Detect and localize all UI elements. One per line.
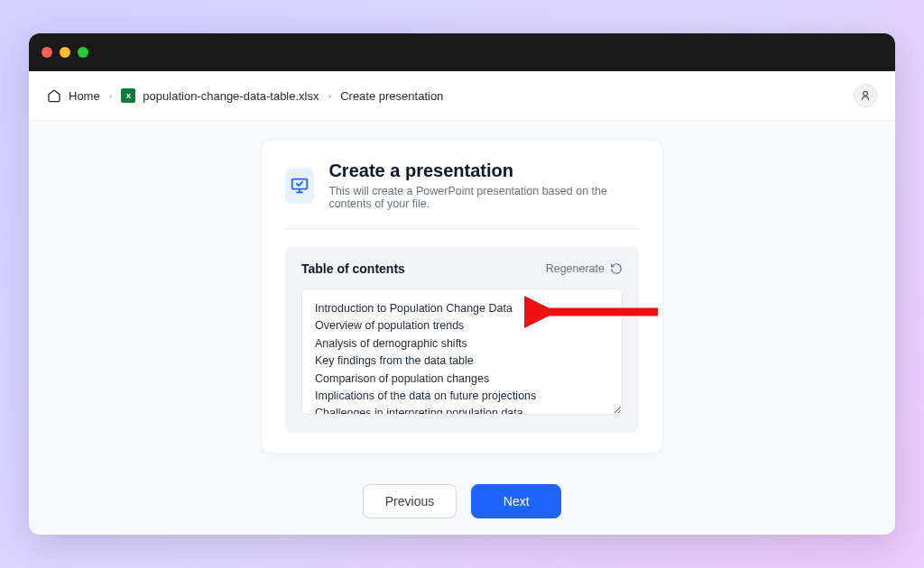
user-avatar[interactable] <box>854 84 877 107</box>
card-header-text: Create a presentation This will create a… <box>328 160 639 210</box>
window-maximize-button[interactable] <box>78 47 88 58</box>
presentation-board-icon <box>290 176 310 196</box>
previous-button[interactable]: Previous <box>363 484 457 518</box>
home-icon <box>47 88 61 103</box>
toc-panel: Table of contents Regenerate <box>285 247 639 433</box>
breadcrumb-home[interactable]: Home <box>47 88 100 103</box>
presentation-icon <box>285 168 314 204</box>
main-content: Create a presentation This will create a… <box>29 121 895 535</box>
page-title: Create a presentation <box>328 160 639 181</box>
toc-textarea[interactable] <box>301 289 623 415</box>
chevron-right-icon: › <box>109 90 113 101</box>
refresh-icon <box>610 262 623 275</box>
page-subtitle: This will create a PowerPoint presentati… <box>328 185 639 210</box>
card-header: Create a presentation This will create a… <box>285 160 639 229</box>
breadcrumb-file-label: population-change-data-table.xlsx <box>143 89 319 103</box>
window-minimize-button[interactable] <box>60 47 70 58</box>
toc-header: Table of contents Regenerate <box>301 261 623 276</box>
create-presentation-card: Create a presentation This will create a… <box>262 141 662 453</box>
breadcrumb-bar: Home › X population-change-data-table.xl… <box>29 71 895 121</box>
breadcrumb-file[interactable]: X population-change-data-table.xlsx <box>121 88 319 103</box>
svg-point-0 <box>864 91 868 96</box>
next-button[interactable]: Next <box>471 484 561 518</box>
breadcrumb: Home › X population-change-data-table.xl… <box>47 88 845 103</box>
window-close-button[interactable] <box>42 47 52 58</box>
toc-section-label: Table of contents <box>301 261 405 276</box>
excel-file-icon: X <box>121 88 135 103</box>
user-icon <box>859 89 872 102</box>
regenerate-button[interactable]: Regenerate <box>546 262 623 275</box>
regenerate-label: Regenerate <box>546 262 605 275</box>
breadcrumb-current: Create presentation <box>340 89 443 103</box>
app-window: Home › X population-change-data-table.xl… <box>29 33 895 535</box>
breadcrumb-home-label: Home <box>69 89 100 103</box>
chevron-right-icon: › <box>328 90 332 101</box>
wizard-footer: Previous Next <box>363 468 561 535</box>
window-titlebar <box>29 33 895 71</box>
breadcrumb-current-label: Create presentation <box>340 89 443 103</box>
